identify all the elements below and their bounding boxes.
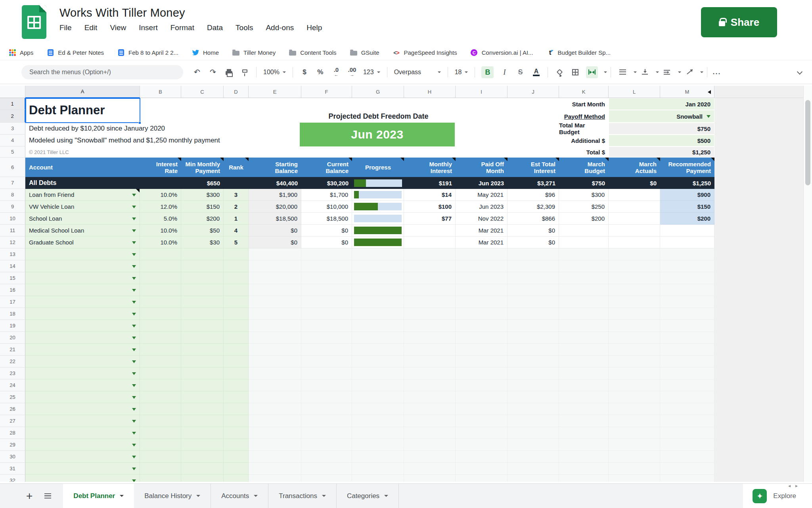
cell-E2[interactable] <box>249 110 301 123</box>
cell-K28[interactable] <box>559 427 609 439</box>
account-dropdown-icon[interactable] <box>132 372 136 375</box>
cell-L20[interactable] <box>609 332 660 344</box>
cell-F27[interactable] <box>301 415 352 427</box>
cell-C11[interactable]: $50 <box>181 225 224 237</box>
cell-B23[interactable] <box>140 368 181 379</box>
cell-F29[interactable] <box>301 439 352 451</box>
cell-H21[interactable] <box>404 344 456 356</box>
cell-E7[interactable]: $40,400 <box>249 177 301 189</box>
cell-D27[interactable] <box>224 415 249 427</box>
cell-K18[interactable] <box>559 308 609 320</box>
cell-F9[interactable]: $10,000 <box>301 201 352 213</box>
bold-button[interactable]: B <box>481 66 494 78</box>
cell-E30[interactable] <box>249 451 301 463</box>
tab-menu-icon[interactable] <box>120 495 124 497</box>
cell-E26[interactable] <box>249 403 301 415</box>
cell-L10[interactable] <box>609 213 660 225</box>
cell-A18[interactable] <box>25 308 140 320</box>
cell-C7[interactable]: $650 <box>181 177 224 189</box>
account-dropdown-icon[interactable] <box>132 277 136 280</box>
cell-C5[interactable] <box>181 146 224 158</box>
column-header-J[interactable]: J <box>508 86 559 98</box>
cell-K9[interactable]: $250 <box>559 201 609 213</box>
scroll-left-icon[interactable]: ◂ <box>788 483 791 489</box>
row-header-25[interactable]: 25 <box>0 391 25 403</box>
row-header-28[interactable]: 28 <box>0 427 25 439</box>
cell-J4[interactable] <box>508 135 559 146</box>
cell-J14[interactable] <box>508 260 559 272</box>
cell-I12[interactable]: Mar 2021 <box>456 237 508 248</box>
cell-G32[interactable] <box>352 475 404 482</box>
cell-B32[interactable] <box>140 475 181 482</box>
row-header-10[interactable]: 10 <box>0 213 25 225</box>
cell-B30[interactable] <box>140 451 181 463</box>
cell-I9[interactable]: Jun 2023 <box>456 201 508 213</box>
cell-K19[interactable] <box>559 320 609 332</box>
cell-F8[interactable]: $1,700 <box>301 189 352 201</box>
account-dropdown-icon[interactable] <box>132 384 136 387</box>
cell-G28[interactable] <box>352 427 404 439</box>
cell-J21[interactable] <box>508 344 559 356</box>
cell-A32[interactable] <box>25 475 140 482</box>
bookmark-budget-builder-sp[interactable]: tBudget Builder Sp... <box>547 49 611 56</box>
cell-L12[interactable] <box>609 237 660 248</box>
account-dropdown-icon[interactable] <box>132 313 136 316</box>
zoom-select[interactable]: 100% <box>263 66 286 78</box>
vertical-scrollbar[interactable] <box>803 86 812 482</box>
cell-D28[interactable] <box>224 427 249 439</box>
cell-C30[interactable] <box>181 451 224 463</box>
cell-K26[interactable] <box>559 403 609 415</box>
cell-A27[interactable] <box>25 415 140 427</box>
cell-D1[interactable] <box>224 98 249 110</box>
column-header-C[interactable]: C <box>181 86 224 98</box>
cell-J15[interactable] <box>508 272 559 284</box>
cell-C25[interactable] <box>181 391 224 403</box>
cell-F31[interactable] <box>301 463 352 475</box>
account-dropdown-icon[interactable] <box>132 337 136 339</box>
account-dropdown-icon[interactable] <box>132 468 136 470</box>
subtitle-debt-reduced[interactable]: Debt reduced by $10,200 since January 20… <box>29 123 243 135</box>
cell-D22[interactable] <box>224 356 249 368</box>
setting-value-total-mar-budget[interactable]: $750 <box>609 123 714 135</box>
account-dropdown-icon[interactable] <box>132 360 136 363</box>
cell-M9[interactable]: $150 <box>660 201 714 213</box>
cell-A15[interactable] <box>25 272 140 284</box>
row-header-13[interactable]: 13 <box>0 248 25 260</box>
cell-G25[interactable] <box>352 391 404 403</box>
menu-file[interactable]: File <box>59 23 72 32</box>
cell-C23[interactable] <box>181 368 224 379</box>
cell-E21[interactable] <box>249 344 301 356</box>
cell-I25[interactable] <box>456 391 508 403</box>
cell-A24[interactable] <box>25 379 140 391</box>
cell-J29[interactable] <box>508 439 559 451</box>
cell-I15[interactable] <box>456 272 508 284</box>
cell-F32[interactable] <box>301 475 352 482</box>
cell-I17[interactable] <box>456 296 508 308</box>
cell-M26[interactable] <box>660 403 714 415</box>
cell-F7[interactable]: $30,200 <box>301 177 352 189</box>
cell-L14[interactable] <box>609 260 660 272</box>
bookmark-feb-8-to-april-2-2[interactable]: Feb 8 to April 2 2... <box>117 49 178 56</box>
cell-C29[interactable] <box>181 439 224 451</box>
cell-L15[interactable] <box>609 272 660 284</box>
row-header-5[interactable]: 5 <box>0 146 25 158</box>
cell-J27[interactable] <box>508 415 559 427</box>
cell-L26[interactable] <box>609 403 660 415</box>
cell-M18[interactable] <box>660 308 714 320</box>
cell-C22[interactable] <box>181 356 224 368</box>
account-dropdown-icon[interactable] <box>132 206 136 208</box>
row-header-23[interactable]: 23 <box>0 368 25 379</box>
cell-L29[interactable] <box>609 439 660 451</box>
cell-M10[interactable]: $200 <box>660 213 714 225</box>
cell-F5[interactable] <box>301 146 352 158</box>
cell-I26[interactable] <box>456 403 508 415</box>
strikethrough-button[interactable]: S <box>515 66 525 78</box>
cell-H9[interactable]: $100 <box>404 201 456 213</box>
account-dropdown-icon[interactable] <box>132 229 136 232</box>
cell-E31[interactable] <box>249 463 301 475</box>
cell-D2[interactable] <box>224 110 249 123</box>
cell-A1-title[interactable]: Debt Planner <box>25 98 140 123</box>
cell-C10[interactable]: $200 <box>181 213 224 225</box>
cell-L18[interactable] <box>609 308 660 320</box>
cell-K10[interactable]: $200 <box>559 213 609 225</box>
